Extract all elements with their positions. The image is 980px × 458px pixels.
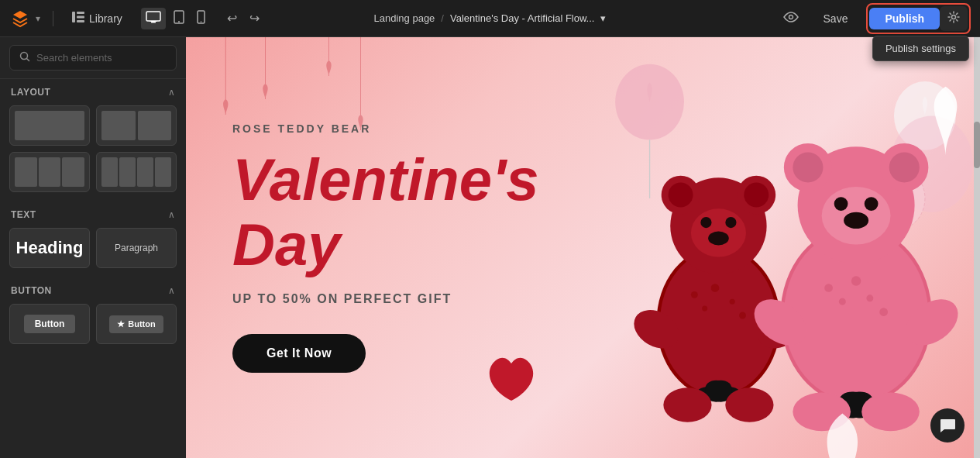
btn-star-icon: ★: [117, 319, 125, 329]
scrollbar-track[interactable]: [974, 37, 980, 458]
svg-point-51: [866, 294, 873, 301]
nav-divider: [53, 11, 53, 26]
publish-settings-tooltip: Publish settings: [872, 36, 969, 61]
logo-icon: [9, 8, 31, 29]
desktop-icon[interactable]: [141, 8, 166, 29]
svg-point-26: [702, 306, 707, 312]
breadcrumb-sub-page[interactable]: Valentine's Day - Artificial Flow...: [450, 12, 594, 24]
svg-point-25: [691, 291, 698, 298]
svg-point-57: [889, 152, 920, 182]
search-input[interactable]: [36, 52, 167, 64]
breadcrumb-separator: /: [441, 12, 444, 24]
svg-rect-6: [150, 21, 157, 22]
scrollbar-thumb[interactable]: [974, 122, 980, 168]
text-card-paragraph[interactable]: Paragraph: [96, 228, 177, 268]
layout-grid: [0, 102, 186, 201]
svg-point-37: [725, 217, 736, 228]
btn-card-plain[interactable]: Button: [9, 304, 90, 344]
svg-point-60: [865, 197, 879, 211]
logo-dropdown-arrow[interactable]: ▾: [36, 13, 40, 24]
publish-button[interactable]: Publish: [869, 8, 940, 29]
mobile-icon[interactable]: [192, 7, 210, 30]
layout-section-title: Layout: [11, 87, 50, 98]
logo-area[interactable]: ▾: [9, 8, 40, 29]
btn-star-preview: ★ Button: [109, 315, 163, 333]
cta-button[interactable]: Get It Now: [232, 334, 366, 373]
layout-card-four-col[interactable]: [96, 152, 177, 192]
svg-point-32: [669, 183, 693, 208]
breadcrumb: Landing page / Valentine's Day - Artific…: [374, 12, 607, 24]
paragraph-preview: Paragraph: [115, 243, 158, 253]
text-section-header: Text ∧: [0, 201, 186, 225]
text-items-grid: Heading Paragraph: [0, 225, 186, 277]
valentine-title: Valentine's Day: [232, 147, 538, 277]
btn-card-star[interactable]: ★ Button: [96, 304, 177, 344]
svg-point-61: [844, 212, 868, 229]
library-icon: [72, 12, 84, 25]
svg-point-45: [725, 387, 773, 422]
svg-point-29: [739, 312, 746, 319]
undo-redo-group: ↩ ↪: [222, 8, 264, 29]
breadcrumb-dropdown-arrow[interactable]: ▾: [600, 12, 606, 24]
svg-point-49: [839, 298, 846, 305]
text-card-heading[interactable]: Heading: [9, 228, 90, 268]
title-line2: Day: [232, 212, 340, 277]
button-section-header: Button ∧: [0, 277, 186, 301]
layout-card-two-col[interactable]: [96, 105, 177, 146]
canvas-area[interactable]: ROSE TEDDY BEAR Valentine's Day UP TO 50…: [186, 37, 980, 458]
svg-point-27: [711, 284, 720, 292]
library-button[interactable]: Library: [66, 9, 129, 28]
button-section-toggle[interactable]: ∧: [168, 285, 175, 296]
svg-rect-1: [77, 12, 84, 14]
svg-rect-3: [77, 20, 84, 22]
valentine-banner: ROSE TEDDY BEAR Valentine's Day UP TO 50…: [186, 37, 980, 458]
library-label: Library: [89, 12, 122, 25]
text-section-toggle[interactable]: ∧: [168, 209, 175, 220]
svg-rect-0: [72, 12, 75, 22]
redo-button[interactable]: ↪: [245, 8, 264, 29]
banner-subtitle: UP TO 50% ON PERFECT GIFT: [232, 292, 538, 306]
layout-card-three-col[interactable]: [9, 152, 90, 192]
layout-section-toggle[interactable]: ∧: [168, 87, 175, 98]
layout-card-single[interactable]: [9, 105, 90, 146]
svg-point-68: [861, 392, 920, 431]
rose-teddy-label: ROSE TEDDY BEAR: [232, 122, 538, 135]
svg-rect-4: [146, 12, 160, 21]
preview-button[interactable]: [777, 7, 805, 29]
topbar-left: ▾ Library: [9, 7, 264, 30]
svg-point-50: [851, 276, 861, 285]
save-button[interactable]: Save: [811, 8, 861, 29]
text-section-title: Text: [11, 209, 36, 220]
search-container: [0, 37, 186, 79]
btn-plain-preview: Button: [24, 315, 76, 333]
heart-decoration: [480, 346, 542, 412]
main-layout: Layout ∧: [0, 37, 980, 458]
topbar: ▾ Library: [0, 0, 980, 37]
svg-point-44: [663, 387, 711, 422]
btn-star-label: Button: [128, 319, 155, 329]
undo-button[interactable]: ↩: [222, 8, 242, 29]
publish-group: Publish Publish settings: [866, 3, 971, 34]
svg-point-10: [200, 21, 201, 22]
button-section-title: Button: [11, 285, 52, 296]
sidebar: Layout ∧: [0, 37, 186, 458]
publish-settings-button[interactable]: [940, 6, 968, 31]
svg-point-34: [744, 183, 769, 208]
svg-point-28: [730, 299, 735, 305]
search-box[interactable]: [9, 45, 177, 71]
layout-section-header: Layout ∧: [0, 79, 186, 102]
topbar-right: Save Publish Publish settings: [777, 3, 971, 34]
svg-point-52: [879, 308, 888, 316]
svg-point-11: [789, 15, 793, 19]
search-icon: [19, 51, 30, 64]
svg-point-12: [952, 15, 956, 19]
svg-point-48: [824, 284, 833, 292]
chat-button[interactable]: [930, 408, 965, 443]
breadcrumb-page[interactable]: Landing page: [374, 12, 435, 24]
svg-rect-2: [77, 16, 84, 19]
bears-area: [567, 37, 980, 458]
svg-point-8: [178, 21, 180, 22]
tablet-icon[interactable]: [169, 7, 189, 30]
svg-point-38: [708, 232, 729, 246]
title-line1: Valentine's: [232, 146, 538, 212]
